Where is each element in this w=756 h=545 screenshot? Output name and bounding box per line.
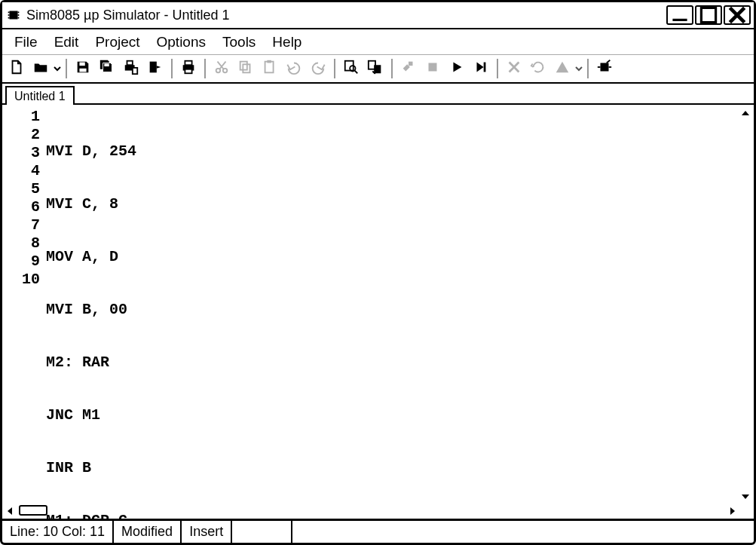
code-line[interactable]: MVI B, 00 xyxy=(46,301,752,319)
statusbar: Line: 10 Col: 11 Modified Insert xyxy=(2,519,754,543)
code-line[interactable]: MOV A, D xyxy=(46,248,752,266)
search-icon xyxy=(343,59,360,78)
svg-rect-36 xyxy=(484,63,486,72)
svg-rect-28 xyxy=(267,60,271,63)
debug-button[interactable] xyxy=(593,57,616,80)
menu-edit[interactable]: Edit xyxy=(47,31,87,54)
undo-button[interactable] xyxy=(283,57,305,80)
svg-rect-13 xyxy=(104,63,109,66)
cancel-button[interactable] xyxy=(503,57,525,80)
line-number: 6 xyxy=(4,198,40,216)
replace-button[interactable] xyxy=(364,57,387,80)
app-window: Sim8085 µp Simulator - Untitled 1 File E… xyxy=(0,0,756,545)
svg-line-31 xyxy=(355,71,358,74)
svg-rect-27 xyxy=(265,62,274,73)
copy-button[interactable] xyxy=(234,57,257,80)
open-file-button[interactable] xyxy=(29,57,52,80)
svg-rect-15 xyxy=(127,61,133,66)
scroll-right-icon[interactable] xyxy=(727,504,739,516)
printer-page-icon xyxy=(123,59,139,78)
code-area[interactable]: MVI D, 254 MVI C, 8 MOV A, D MVI B, 00 M… xyxy=(44,105,754,519)
print-setup-button[interactable] xyxy=(120,57,142,80)
find-button[interactable] xyxy=(340,57,363,80)
code-editor[interactable]: 1 2 3 4 5 6 7 8 9 10 MVI D, 254 MVI C, 8… xyxy=(2,105,754,519)
new-file-button[interactable] xyxy=(5,57,28,80)
menu-project[interactable]: Project xyxy=(87,31,147,54)
code-line[interactable]: JNC M1 xyxy=(46,406,752,424)
separator xyxy=(587,59,589,78)
exit-button[interactable] xyxy=(144,57,167,80)
printer-icon xyxy=(180,59,197,78)
close-button[interactable] xyxy=(724,5,751,25)
save-button[interactable] xyxy=(72,57,94,80)
hammer-icon xyxy=(400,59,417,78)
cut-button[interactable] xyxy=(210,57,233,80)
reload-button[interactable] xyxy=(527,57,549,80)
chevron-down-icon xyxy=(575,62,583,75)
open-folder-icon xyxy=(32,59,49,78)
menu-help[interactable]: Help xyxy=(265,31,309,54)
line-number: 3 xyxy=(4,144,40,162)
maximize-button[interactable] xyxy=(695,5,722,25)
horizontal-scrollbar[interactable] xyxy=(4,504,739,517)
status-modified: Modified xyxy=(114,521,182,543)
svg-rect-12 xyxy=(79,69,86,72)
copy-icon xyxy=(237,59,254,78)
line-number: 5 xyxy=(4,180,40,198)
menu-file[interactable]: File xyxy=(7,31,45,54)
line-number: 8 xyxy=(4,234,40,253)
save-icon xyxy=(75,59,91,78)
line-number: 7 xyxy=(4,216,40,234)
status-empty xyxy=(232,521,292,543)
line-number: 2 xyxy=(4,126,40,144)
toolbar xyxy=(2,55,754,84)
line-number: 4 xyxy=(4,162,40,180)
svg-rect-34 xyxy=(409,62,413,66)
vertical-scrollbar[interactable] xyxy=(739,106,752,502)
minimize-button[interactable] xyxy=(666,5,693,25)
paste-button[interactable] xyxy=(259,57,281,80)
run-button[interactable] xyxy=(445,57,468,80)
code-line[interactable]: M2: RAR xyxy=(46,354,752,372)
step-icon xyxy=(473,59,489,78)
alert-button[interactable] xyxy=(551,57,574,80)
scroll-down-icon[interactable] xyxy=(739,490,751,502)
redo-button[interactable] xyxy=(307,57,329,80)
replace-icon xyxy=(367,59,384,78)
save-all-button[interactable] xyxy=(96,57,118,80)
new-file-icon xyxy=(8,59,25,78)
exit-icon xyxy=(147,59,164,78)
separator xyxy=(66,59,67,78)
window-title: Sim8085 µp Simulator - Untitled 1 xyxy=(26,8,666,23)
svg-rect-17 xyxy=(150,62,157,73)
tab-untitled1[interactable]: Untitled 1 xyxy=(5,86,75,105)
code-line[interactable]: MVI C, 8 xyxy=(46,195,752,213)
status-position: Line: 10 Col: 11 xyxy=(2,521,114,543)
debug-icon xyxy=(596,59,613,78)
line-number: 9 xyxy=(4,253,40,271)
menu-tools[interactable]: Tools xyxy=(215,31,263,54)
assemble-button[interactable] xyxy=(397,57,420,80)
code-line[interactable]: MVI D, 254 xyxy=(46,142,752,161)
line-number: 10 xyxy=(4,271,40,289)
tabbar: Untitled 1 xyxy=(2,84,754,105)
menu-options[interactable]: Options xyxy=(149,31,213,54)
svg-rect-8 xyxy=(701,8,715,22)
chevron-down-icon xyxy=(54,62,61,75)
paste-icon xyxy=(262,59,278,78)
alert-dropdown-button[interactable] xyxy=(575,62,583,75)
stop-button[interactable] xyxy=(421,57,444,80)
open-dropdown-button[interactable] xyxy=(54,62,61,75)
code-line[interactable]: INR B xyxy=(46,459,752,477)
separator xyxy=(391,59,393,78)
play-icon xyxy=(448,59,465,78)
window-controls xyxy=(666,5,751,25)
scroll-up-icon[interactable] xyxy=(739,106,751,118)
step-button[interactable] xyxy=(470,57,492,80)
print-button[interactable] xyxy=(177,57,200,80)
scroll-left-icon[interactable] xyxy=(4,504,16,516)
svg-rect-35 xyxy=(429,63,437,72)
scroll-thumb[interactable] xyxy=(19,505,47,516)
titlebar: Sim8085 µp Simulator - Untitled 1 xyxy=(2,2,754,29)
stop-icon xyxy=(424,59,441,78)
